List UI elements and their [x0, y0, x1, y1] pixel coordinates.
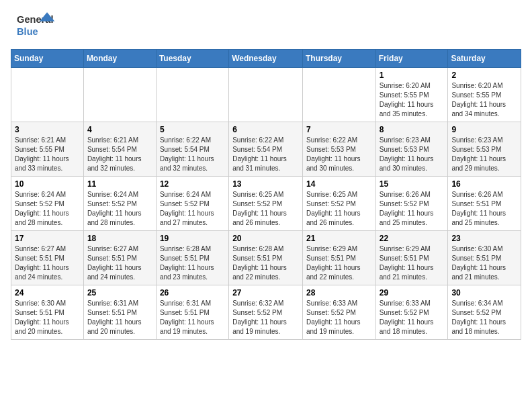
day-number: 7 [306, 125, 372, 134]
day-info: Sunrise: 6:22 AM Sunset: 5:54 PM Dayligh… [232, 136, 299, 173]
calendar-week-row: 17Sunrise: 6:27 AM Sunset: 5:51 PM Dayli… [11, 231, 521, 285]
calendar-table: SundayMondayTuesdayWednesdayThursdayFrid… [11, 49, 521, 340]
logo-icon: General Blue [11, 11, 64, 41]
day-number: 2 [451, 71, 517, 80]
calendar-cell: 18Sunrise: 6:27 AM Sunset: 5:51 PM Dayli… [83, 231, 156, 285]
day-number: 30 [451, 288, 517, 298]
weekday-header-tuesday: Tuesday [156, 50, 228, 68]
day-info: Sunrise: 6:29 AM Sunset: 5:51 PM Dayligh… [380, 244, 445, 282]
calendar-cell [302, 68, 375, 122]
day-number: 5 [160, 125, 225, 134]
day-number: 11 [87, 179, 152, 189]
day-number: 16 [451, 179, 517, 189]
day-number: 1 [380, 71, 445, 80]
day-info: Sunrise: 6:31 AM Sunset: 5:51 PM Dayligh… [87, 299, 152, 336]
calendar-cell: 5Sunrise: 6:22 AM Sunset: 5:54 PM Daylig… [156, 122, 228, 177]
day-info: Sunrise: 6:25 AM Sunset: 5:52 PM Dayligh… [232, 190, 299, 228]
calendar-cell: 20Sunrise: 6:28 AM Sunset: 5:51 PM Dayli… [229, 231, 303, 285]
day-number: 13 [232, 179, 299, 189]
day-info: Sunrise: 6:30 AM Sunset: 5:51 PM Dayligh… [451, 244, 517, 282]
day-number: 25 [87, 288, 152, 298]
calendar-cell: 14Sunrise: 6:25 AM Sunset: 5:52 PM Dayli… [302, 177, 375, 231]
day-info: Sunrise: 6:29 AM Sunset: 5:51 PM Dayligh… [306, 244, 372, 282]
day-info: Sunrise: 6:24 AM Sunset: 5:52 PM Dayligh… [160, 190, 225, 228]
day-number: 23 [451, 234, 517, 243]
calendar-cell: 17Sunrise: 6:27 AM Sunset: 5:51 PM Dayli… [11, 231, 84, 285]
calendar-cell: 16Sunrise: 6:26 AM Sunset: 5:51 PM Dayli… [448, 177, 521, 231]
day-number: 10 [15, 179, 80, 189]
day-info: Sunrise: 6:20 AM Sunset: 5:55 PM Dayligh… [380, 81, 445, 119]
calendar-cell: 21Sunrise: 6:29 AM Sunset: 5:51 PM Dayli… [302, 231, 375, 285]
calendar-cell: 30Sunrise: 6:34 AM Sunset: 5:52 PM Dayli… [448, 285, 521, 340]
day-number: 17 [15, 234, 80, 243]
day-number: 8 [380, 125, 445, 134]
calendar-cell: 25Sunrise: 6:31 AM Sunset: 5:51 PM Dayli… [83, 285, 156, 340]
day-info: Sunrise: 6:33 AM Sunset: 5:52 PM Dayligh… [306, 299, 372, 336]
calendar-cell: 8Sunrise: 6:23 AM Sunset: 5:53 PM Daylig… [375, 122, 448, 177]
weekday-header-thursday: Thursday [302, 50, 375, 68]
svg-text:Blue: Blue [17, 26, 38, 37]
calendar-cell: 7Sunrise: 6:22 AM Sunset: 5:53 PM Daylig… [302, 122, 375, 177]
day-number: 6 [232, 125, 299, 134]
day-info: Sunrise: 6:22 AM Sunset: 5:54 PM Dayligh… [160, 136, 225, 173]
day-info: Sunrise: 6:26 AM Sunset: 5:52 PM Dayligh… [380, 190, 445, 228]
day-number: 4 [87, 125, 152, 134]
day-number: 26 [160, 288, 225, 298]
logo: General Blue [11, 11, 64, 41]
day-info: Sunrise: 6:24 AM Sunset: 5:52 PM Dayligh… [87, 190, 152, 228]
day-number: 19 [160, 234, 225, 243]
day-info: Sunrise: 6:31 AM Sunset: 5:51 PM Dayligh… [160, 299, 225, 336]
calendar-cell: 11Sunrise: 6:24 AM Sunset: 5:52 PM Dayli… [83, 177, 156, 231]
day-info: Sunrise: 6:20 AM Sunset: 5:55 PM Dayligh… [451, 81, 517, 119]
calendar-cell: 23Sunrise: 6:30 AM Sunset: 5:51 PM Dayli… [448, 231, 521, 285]
calendar-cell: 6Sunrise: 6:22 AM Sunset: 5:54 PM Daylig… [229, 122, 303, 177]
day-info: Sunrise: 6:28 AM Sunset: 5:51 PM Dayligh… [232, 244, 299, 282]
calendar-cell: 27Sunrise: 6:32 AM Sunset: 5:52 PM Dayli… [229, 285, 303, 340]
calendar-cell [83, 68, 156, 122]
calendar-cell: 1Sunrise: 6:20 AM Sunset: 5:55 PM Daylig… [375, 68, 448, 122]
calendar-cell: 3Sunrise: 6:21 AM Sunset: 5:55 PM Daylig… [11, 122, 84, 177]
day-info: Sunrise: 6:30 AM Sunset: 5:51 PM Dayligh… [15, 299, 80, 336]
calendar-cell: 28Sunrise: 6:33 AM Sunset: 5:52 PM Dayli… [302, 285, 375, 340]
day-number: 20 [232, 234, 299, 243]
day-number: 9 [451, 125, 517, 134]
day-info: Sunrise: 6:34 AM Sunset: 5:52 PM Dayligh… [451, 299, 517, 336]
day-info: Sunrise: 6:26 AM Sunset: 5:51 PM Dayligh… [451, 190, 517, 228]
day-number: 21 [306, 234, 372, 243]
day-number: 12 [160, 179, 225, 189]
weekday-header-friday: Friday [375, 50, 448, 68]
calendar-cell: 4Sunrise: 6:21 AM Sunset: 5:54 PM Daylig… [83, 122, 156, 177]
day-info: Sunrise: 6:23 AM Sunset: 5:53 PM Dayligh… [380, 136, 445, 173]
calendar-cell: 13Sunrise: 6:25 AM Sunset: 5:52 PM Dayli… [229, 177, 303, 231]
weekday-header-monday: Monday [83, 50, 156, 68]
day-info: Sunrise: 6:21 AM Sunset: 5:55 PM Dayligh… [15, 136, 80, 173]
day-number: 18 [87, 234, 152, 243]
day-info: Sunrise: 6:21 AM Sunset: 5:54 PM Dayligh… [87, 136, 152, 173]
day-info: Sunrise: 6:24 AM Sunset: 5:52 PM Dayligh… [15, 190, 80, 228]
day-info: Sunrise: 6:32 AM Sunset: 5:52 PM Dayligh… [232, 299, 299, 336]
calendar-cell: 19Sunrise: 6:28 AM Sunset: 5:51 PM Dayli… [156, 231, 228, 285]
day-info: Sunrise: 6:28 AM Sunset: 5:51 PM Dayligh… [160, 244, 225, 282]
calendar-cell [11, 68, 84, 122]
calendar-cell: 12Sunrise: 6:24 AM Sunset: 5:52 PM Dayli… [156, 177, 228, 231]
day-number: 22 [380, 234, 445, 243]
calendar-cell: 10Sunrise: 6:24 AM Sunset: 5:52 PM Dayli… [11, 177, 84, 231]
calendar-cell: 29Sunrise: 6:33 AM Sunset: 5:52 PM Dayli… [375, 285, 448, 340]
calendar-week-row: 1Sunrise: 6:20 AM Sunset: 5:55 PM Daylig… [11, 68, 521, 122]
calendar-cell: 22Sunrise: 6:29 AM Sunset: 5:51 PM Dayli… [375, 231, 448, 285]
calendar-cell [229, 68, 303, 122]
day-info: Sunrise: 6:27 AM Sunset: 5:51 PM Dayligh… [15, 244, 80, 282]
day-number: 3 [15, 125, 80, 134]
calendar-cell: 9Sunrise: 6:23 AM Sunset: 5:53 PM Daylig… [448, 122, 521, 177]
calendar-cell: 24Sunrise: 6:30 AM Sunset: 5:51 PM Dayli… [11, 285, 84, 340]
weekday-header-sunday: Sunday [11, 50, 84, 68]
calendar-week-row: 3Sunrise: 6:21 AM Sunset: 5:55 PM Daylig… [11, 122, 521, 177]
day-number: 15 [380, 179, 445, 189]
weekday-header-row: SundayMondayTuesdayWednesdayThursdayFrid… [11, 50, 521, 68]
day-info: Sunrise: 6:33 AM Sunset: 5:52 PM Dayligh… [380, 299, 445, 336]
day-number: 27 [232, 288, 299, 298]
day-number: 24 [15, 288, 80, 298]
weekday-header-saturday: Saturday [448, 50, 521, 68]
page-header: General Blue [11, 11, 521, 41]
calendar-cell: 15Sunrise: 6:26 AM Sunset: 5:52 PM Dayli… [375, 177, 448, 231]
